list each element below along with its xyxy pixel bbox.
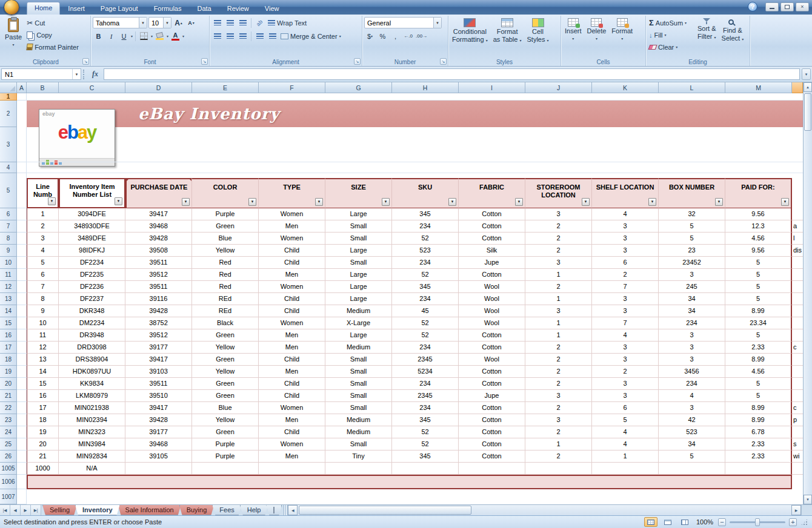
cell-B8[interactable]: 3 [27, 233, 59, 245]
cell-I17[interactable]: Cotton [459, 342, 525, 354]
merge-center-dropdown-icon[interactable]: ▾ [339, 34, 341, 38]
cell-I13[interactable]: Wool [459, 293, 525, 305]
cell-H25[interactable]: 52 [392, 438, 459, 450]
cell-F6[interactable]: Women [259, 208, 325, 220]
filter-dropdown-button[interactable]: ▼ [315, 198, 323, 206]
cell-a4[interactable] [17, 162, 27, 173]
filter-dropdown-button[interactable]: ▼ [781, 198, 789, 206]
autosum-dropdown-icon[interactable]: ▾ [685, 21, 687, 25]
cell-B12[interactable]: 7 [27, 281, 59, 293]
cell-C10[interactable]: DF2234 [59, 257, 125, 269]
delete-dropdown-icon[interactable]: ▾ [596, 35, 597, 42]
normal-view-button[interactable] [644, 517, 657, 527]
cell-G16[interactable]: Large [325, 329, 392, 342]
cell-J1005[interactable] [525, 463, 592, 475]
cell-a17[interactable] [17, 342, 27, 354]
cell-J23[interactable]: 3 [525, 414, 592, 426]
cell-a3[interactable] [17, 127, 27, 162]
cell-D9[interactable]: 39508 [125, 245, 192, 257]
copy-button[interactable]: Copy [25, 29, 80, 41]
name-box-dropdown-icon[interactable]: ▼ [72, 69, 81, 79]
cell-G8[interactable]: Small [325, 233, 392, 245]
column-header-h[interactable]: H [392, 82, 459, 93]
cell-G26[interactable]: Tiny [325, 450, 392, 463]
cell-H23[interactable]: 345 [392, 414, 459, 426]
cell-I12[interactable]: Wool [459, 281, 525, 293]
cell-K20[interactable]: 3 [592, 378, 659, 390]
cell-E22[interactable]: Blue [192, 402, 259, 414]
cell-J9[interactable]: 2 [525, 245, 592, 257]
fill-button[interactable]: ↓Fill▾ [648, 29, 694, 41]
cell-D24[interactable]: 39177 [125, 426, 192, 438]
cell-H9[interactable]: 523 [392, 245, 459, 257]
first-sheet-button[interactable]: |◀ [0, 505, 10, 515]
filter-dropdown-button[interactable]: ▼ [715, 198, 723, 206]
cell-a23[interactable] [17, 414, 27, 426]
insert-cells-button[interactable]: Insert ▾ [563, 17, 584, 44]
cell-G17[interactable]: Medium [325, 342, 392, 354]
cell-H22[interactable]: 234 [392, 402, 459, 414]
cell-a20[interactable] [17, 378, 27, 390]
column-header-n-partial[interactable] [792, 82, 803, 93]
cell-G19[interactable]: Small [325, 366, 392, 378]
format-as-table-button[interactable]: Format as Table ▾ [491, 17, 524, 45]
comma-button[interactable]: , [390, 30, 401, 42]
cell-a22[interactable] [17, 402, 27, 414]
ribbon-tab-view[interactable]: View [257, 2, 287, 15]
cell-C21[interactable]: LKM80979 [59, 390, 125, 402]
cell-L1005[interactable] [659, 463, 725, 475]
align-top-button[interactable] [211, 17, 223, 28]
align-bottom-button[interactable] [237, 17, 248, 28]
cell-E19[interactable]: Yellow [192, 366, 259, 378]
cell-F25[interactable]: Women [259, 438, 325, 450]
cell-M1005[interactable] [725, 463, 792, 475]
cell-D25[interactable]: 39468 [125, 438, 192, 450]
zoom-out-button[interactable]: − [718, 518, 726, 526]
cell-L10[interactable]: 23452 [659, 257, 725, 269]
cell-E9[interactable]: Yellow [192, 245, 259, 257]
page-break-view-button[interactable] [678, 517, 691, 527]
cell-H16[interactable]: 52 [392, 329, 459, 342]
cell-B26[interactable]: 21 [27, 450, 59, 463]
format-dropdown-icon[interactable]: ▾ [621, 35, 623, 42]
cell-K19[interactable]: 2 [592, 366, 659, 378]
number-format-dropdown-icon[interactable]: ▼ [433, 18, 441, 28]
cell-G22[interactable]: Small [325, 402, 392, 414]
cell-L20[interactable]: 234 [659, 378, 725, 390]
vertical-scroll-thumb[interactable] [804, 93, 811, 131]
cell-H10[interactable]: 234 [392, 257, 459, 269]
scroll-down-button[interactable]: ▼ [804, 495, 812, 504]
cell-K7[interactable]: 3 [592, 220, 659, 233]
cell-K16[interactable]: 4 [592, 329, 659, 342]
cell-B13[interactable]: 8 [27, 293, 59, 305]
cell-K21[interactable]: 3 [592, 390, 659, 402]
cell-L17[interactable]: 3 [659, 342, 725, 354]
cell-E7[interactable]: Green [192, 220, 259, 233]
cell-I6[interactable]: Cotton [459, 208, 525, 220]
cell-I26[interactable]: Cotton [459, 450, 525, 463]
cell-B25[interactable]: 20 [27, 438, 59, 450]
insert-function-button[interactable]: fx [88, 70, 102, 79]
cell-B19[interactable]: 14 [27, 366, 59, 378]
row-header-19[interactable]: 19 [0, 366, 17, 378]
cell-n25-fragment[interactable]: s [792, 438, 803, 450]
cell-B24[interactable]: 19 [27, 426, 59, 438]
cell-I19[interactable]: Cotton [459, 366, 525, 378]
cell-C20[interactable]: KK9834 [59, 378, 125, 390]
cell-L6[interactable]: 32 [659, 208, 725, 220]
cell-J15[interactable]: 1 [525, 317, 592, 329]
filter-dropdown-button[interactable]: ▼ [648, 198, 656, 206]
cell-K25[interactable]: 4 [592, 438, 659, 450]
cell-B23[interactable]: 18 [27, 414, 59, 426]
select-all-corner[interactable] [0, 82, 17, 93]
cell-B15[interactable]: 10 [27, 317, 59, 329]
font-dialog-launcher[interactable]: ↘ [201, 58, 208, 65]
cell-a1006[interactable] [17, 475, 27, 489]
cell-J11[interactable]: 1 [525, 269, 592, 281]
cell-C14[interactable]: DKR348 [59, 305, 125, 317]
cell-M8[interactable]: 4.56 [725, 233, 792, 245]
cell-D23[interactable]: 39428 [125, 414, 192, 426]
cell-a21[interactable] [17, 390, 27, 402]
cell-C1005[interactable]: N/A [59, 463, 125, 475]
cell-a26[interactable] [17, 450, 27, 463]
